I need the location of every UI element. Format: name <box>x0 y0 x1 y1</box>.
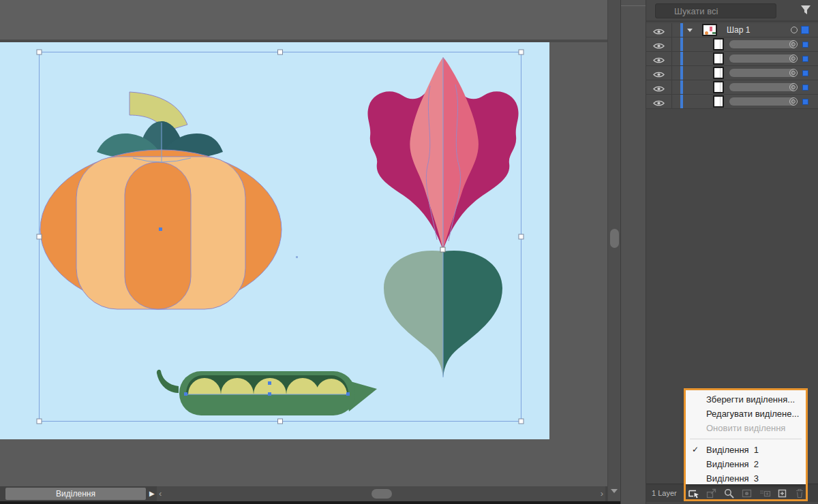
layer-thumbnail[interactable] <box>713 38 724 50</box>
horizontal-scrollbar[interactable]: ‹ › <box>157 486 605 501</box>
menu-item-update-selection: Оновити виділення <box>686 421 806 435</box>
selection-indicator[interactable] <box>802 99 808 105</box>
magnifier-icon <box>723 488 735 499</box>
selection-indicator[interactable] <box>802 42 808 48</box>
scroll-down-icon[interactable] <box>611 489 618 493</box>
target-circle-icon[interactable] <box>789 69 798 77</box>
pumpkin-illustration[interactable] <box>40 92 282 309</box>
visibility-toggle[interactable] <box>646 66 672 80</box>
anchor-point[interactable] <box>184 392 187 396</box>
layer-thumbnail[interactable] <box>713 81 724 93</box>
beet-inner-leaf-right[interactable] <box>443 57 479 250</box>
visibility-toggle[interactable] <box>646 23 672 37</box>
expand-chevron-icon[interactable] <box>687 29 693 32</box>
panel-dock-edge <box>620 0 646 504</box>
anchor-point <box>296 256 298 258</box>
clipping-mask-button[interactable] <box>740 486 755 500</box>
layer-color-bar <box>680 66 683 80</box>
eye-icon <box>653 85 665 93</box>
target-circle-icon[interactable] <box>789 97 798 106</box>
visibility-toggle[interactable] <box>646 95 672 108</box>
search-input[interactable] <box>655 3 776 18</box>
beet-illustration[interactable] <box>367 57 518 377</box>
delete-layer-button[interactable] <box>793 486 808 500</box>
artboard[interactable] <box>0 42 549 439</box>
layer-name-placeholder <box>729 54 795 63</box>
horizontal-scrollbar-thumb[interactable] <box>372 489 392 499</box>
filter-button[interactable] <box>799 5 813 17</box>
selection-indicator[interactable] <box>802 70 808 76</box>
export-icon <box>706 488 717 499</box>
beet-root-left[interactable] <box>384 251 443 377</box>
menu-item-selection-1[interactable]: ✓ Виділення 1 <box>686 443 806 457</box>
target-circle-icon[interactable] <box>789 40 798 48</box>
layer-row-parent[interactable]: Шар 1 <box>646 23 818 37</box>
eye-icon <box>653 42 665 50</box>
vertical-scrollbar-thumb[interactable] <box>610 229 619 248</box>
eye-icon <box>653 28 665 35</box>
selection-context-menu: Зберегти виділення... Редагувати виділен… <box>686 390 806 484</box>
layer-thumbnail[interactable] <box>713 95 724 108</box>
layer-name-placeholder <box>729 97 795 106</box>
target-circle-icon[interactable] <box>791 27 798 33</box>
target-circle-icon[interactable] <box>789 83 798 91</box>
menu-item-selection-3[interactable]: Виділення 3 <box>686 471 806 486</box>
selection-indicator[interactable] <box>802 84 808 91</box>
layers-footer-toolbar <box>687 486 808 500</box>
layer-name[interactable]: Шар 1 <box>727 25 750 35</box>
scroll-left-icon[interactable]: ‹ <box>159 488 162 499</box>
sublayer-row[interactable] <box>646 52 818 66</box>
illustrator-window: Виділення ▶ ‹ › <box>0 0 818 504</box>
pumpkin-center-lobe[interactable] <box>125 162 191 309</box>
search-layers-button[interactable] <box>723 486 737 500</box>
layer-name-placeholder <box>729 40 795 48</box>
layers-search-row <box>646 0 818 22</box>
layer-color-bar <box>680 80 683 94</box>
selection-indicator[interactable] <box>801 26 809 34</box>
layer-count-label: 1 Layer <box>652 489 677 497</box>
locate-object-button[interactable] <box>687 486 701 500</box>
canvas-top-margin <box>0 0 607 42</box>
pod-stem-curl[interactable] <box>157 370 179 393</box>
scroll-right-icon[interactable]: › <box>601 488 603 499</box>
status-menu-arrow-icon[interactable]: ▶ <box>149 488 155 499</box>
menu-item-selection-2[interactable]: Виділення 2 <box>686 457 806 471</box>
anchor-point[interactable] <box>268 392 271 396</box>
layer-name-placeholder <box>729 69 795 77</box>
layer-name-placeholder <box>729 83 795 91</box>
status-indicator: Виділення <box>5 488 146 500</box>
visibility-toggle[interactable] <box>646 80 672 94</box>
anchor-point[interactable] <box>159 227 162 231</box>
sublayer-row[interactable] <box>646 37 818 52</box>
visibility-toggle[interactable] <box>646 52 672 65</box>
sublayer-row[interactable] <box>646 80 818 95</box>
checkmark-icon: ✓ <box>692 443 703 457</box>
menu-separator <box>690 439 802 439</box>
pea-pod-illustration[interactable] <box>157 370 377 415</box>
layer-color-bar <box>680 95 683 108</box>
collect-for-export-button[interactable] <box>705 486 719 500</box>
layer-color-bar <box>680 23 683 37</box>
vertical-scrollbar[interactable] <box>607 0 620 501</box>
menu-item-edit-selection[interactable]: Редагувати виділене... <box>686 407 806 421</box>
target-circle-icon[interactable] <box>789 54 798 63</box>
selection-indicator[interactable] <box>802 56 808 62</box>
layer-thumbnail[interactable] <box>713 52 724 65</box>
eye-icon <box>653 99 665 107</box>
beet-inner-leaf-left[interactable] <box>410 57 443 250</box>
sublayer-row[interactable] <box>646 66 818 80</box>
anchor-point[interactable] <box>346 392 350 396</box>
visibility-toggle[interactable] <box>646 37 672 51</box>
layers-panel-footer: 1 Layer <box>646 484 818 502</box>
sublayer-row[interactable] <box>646 95 818 109</box>
selection-frame-icon <box>688 488 700 499</box>
artwork-canvas <box>0 42 549 439</box>
beet-root-right[interactable] <box>443 251 502 377</box>
anchor-point[interactable] <box>268 381 271 385</box>
new-sublayer-button[interactable] <box>758 486 772 500</box>
menu-item-save-selection[interactable]: Зберегти виділення... <box>686 392 806 407</box>
anchor-point[interactable] <box>440 247 445 252</box>
layer-thumbnail[interactable] <box>713 67 724 79</box>
new-layer-button[interactable] <box>776 486 790 500</box>
layer-thumbnail[interactable] <box>702 24 717 36</box>
